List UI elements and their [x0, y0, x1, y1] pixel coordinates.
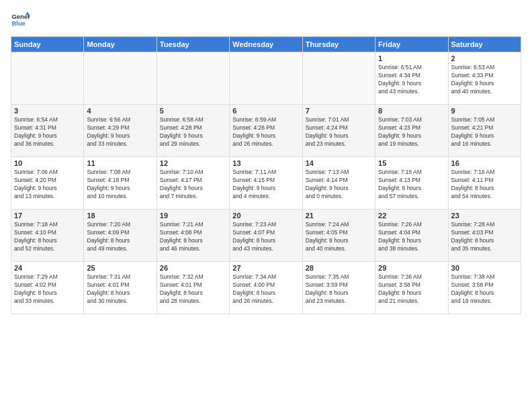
- calendar-cell: 3Sunrise: 6:54 AM Sunset: 4:31 PM Daylig…: [11, 105, 84, 157]
- calendar-header-thursday: Thursday: [302, 37, 375, 52]
- calendar-week-4: 24Sunrise: 7:29 AM Sunset: 4:02 PM Dayli…: [11, 262, 521, 314]
- calendar-cell: 14Sunrise: 7:13 AM Sunset: 4:14 PM Dayli…: [302, 157, 375, 210]
- logo-icon: General Blue: [11, 11, 30, 30]
- calendar-week-0: 1Sunrise: 6:51 AM Sunset: 4:34 PM Daylig…: [11, 52, 521, 105]
- calendar-cell: 1Sunrise: 6:51 AM Sunset: 4:34 PM Daylig…: [375, 52, 448, 105]
- day-number: 24: [14, 264, 81, 272]
- calendar-cell: 11Sunrise: 7:08 AM Sunset: 4:18 PM Dayli…: [84, 157, 157, 210]
- day-info: Sunrise: 7:15 AM Sunset: 4:13 PM Dayligh…: [378, 169, 445, 201]
- day-info: Sunrise: 7:24 AM Sunset: 4:05 PM Dayligh…: [306, 221, 372, 253]
- day-info: Sunrise: 7:05 AM Sunset: 4:21 PM Dayligh…: [451, 116, 518, 148]
- page-header: General Blue: [11, 11, 521, 30]
- day-number: 1: [378, 54, 445, 62]
- day-info: Sunrise: 7:38 AM Sunset: 3:58 PM Dayligh…: [451, 273, 518, 306]
- day-info: Sunrise: 7:32 AM Sunset: 4:01 PM Dayligh…: [160, 273, 226, 306]
- day-number: 6: [232, 107, 299, 115]
- calendar-header-saturday: Saturday: [448, 37, 521, 52]
- day-number: 23: [451, 212, 518, 220]
- day-number: 30: [451, 264, 518, 272]
- calendar-week-1: 3Sunrise: 6:54 AM Sunset: 4:31 PM Daylig…: [11, 105, 521, 157]
- calendar-cell: [11, 52, 84, 105]
- calendar-header-wednesday: Wednesday: [230, 37, 302, 52]
- calendar-cell: 13Sunrise: 7:11 AM Sunset: 4:15 PM Dayli…: [230, 157, 302, 210]
- calendar-cell: [302, 52, 375, 105]
- calendar-header-row: SundayMondayTuesdayWednesdayThursdayFrid…: [11, 37, 521, 52]
- day-number: 19: [160, 212, 226, 220]
- calendar-header-friday: Friday: [375, 37, 448, 52]
- day-info: Sunrise: 7:21 AM Sunset: 4:08 PM Dayligh…: [160, 221, 226, 253]
- day-number: 26: [160, 264, 226, 272]
- calendar-cell: 4Sunrise: 6:56 AM Sunset: 4:29 PM Daylig…: [84, 105, 157, 157]
- calendar-cell: 26Sunrise: 7:32 AM Sunset: 4:01 PM Dayli…: [157, 262, 229, 314]
- calendar-cell: 29Sunrise: 7:36 AM Sunset: 3:58 PM Dayli…: [375, 262, 448, 314]
- day-number: 25: [87, 264, 153, 272]
- day-number: 21: [306, 212, 372, 220]
- day-number: 11: [87, 159, 153, 167]
- day-number: 9: [451, 107, 518, 115]
- day-number: 3: [14, 107, 81, 115]
- day-info: Sunrise: 7:20 AM Sunset: 4:09 PM Dayligh…: [87, 221, 153, 253]
- day-number: 17: [14, 212, 81, 220]
- day-number: 5: [160, 107, 226, 115]
- day-number: 14: [306, 159, 372, 167]
- day-info: Sunrise: 7:31 AM Sunset: 4:01 PM Dayligh…: [87, 273, 153, 306]
- day-info: Sunrise: 7:26 AM Sunset: 4:04 PM Dayligh…: [378, 221, 445, 253]
- day-info: Sunrise: 7:03 AM Sunset: 4:23 PM Dayligh…: [378, 116, 445, 148]
- day-info: Sunrise: 6:56 AM Sunset: 4:29 PM Dayligh…: [87, 116, 153, 148]
- day-number: 13: [232, 159, 299, 167]
- day-number: 10: [14, 159, 81, 167]
- day-number: 4: [87, 107, 153, 115]
- day-number: 7: [306, 107, 372, 115]
- day-info: Sunrise: 6:54 AM Sunset: 4:31 PM Dayligh…: [14, 116, 81, 148]
- day-number: 28: [306, 264, 372, 272]
- calendar-cell: 27Sunrise: 7:34 AM Sunset: 4:00 PM Dayli…: [230, 262, 302, 314]
- calendar-cell: 10Sunrise: 7:06 AM Sunset: 4:20 PM Dayli…: [11, 157, 84, 210]
- day-number: 22: [378, 212, 445, 220]
- calendar-cell: 7Sunrise: 7:01 AM Sunset: 4:24 PM Daylig…: [302, 105, 375, 157]
- day-number: 16: [451, 159, 518, 167]
- day-info: Sunrise: 7:36 AM Sunset: 3:58 PM Dayligh…: [378, 273, 445, 306]
- calendar-week-2: 10Sunrise: 7:06 AM Sunset: 4:20 PM Dayli…: [11, 157, 521, 210]
- day-number: 8: [378, 107, 445, 115]
- calendar-cell: 25Sunrise: 7:31 AM Sunset: 4:01 PM Dayli…: [84, 262, 157, 314]
- day-info: Sunrise: 7:16 AM Sunset: 4:11 PM Dayligh…: [451, 169, 518, 201]
- day-info: Sunrise: 7:29 AM Sunset: 4:02 PM Dayligh…: [14, 273, 81, 306]
- day-number: 15: [378, 159, 445, 167]
- day-info: Sunrise: 7:34 AM Sunset: 4:00 PM Dayligh…: [232, 273, 299, 306]
- calendar-table: SundayMondayTuesdayWednesdayThursdayFrid…: [11, 36, 521, 314]
- day-info: Sunrise: 6:53 AM Sunset: 4:33 PM Dayligh…: [451, 64, 518, 96]
- calendar-cell: 12Sunrise: 7:10 AM Sunset: 4:17 PM Dayli…: [157, 157, 229, 210]
- svg-text:Blue: Blue: [12, 20, 26, 27]
- day-info: Sunrise: 7:35 AM Sunset: 3:59 PM Dayligh…: [306, 273, 372, 306]
- day-number: 12: [160, 159, 226, 167]
- calendar-cell: 15Sunrise: 7:15 AM Sunset: 4:13 PM Dayli…: [375, 157, 448, 210]
- day-info: Sunrise: 6:59 AM Sunset: 4:26 PM Dayligh…: [232, 116, 299, 148]
- calendar-cell: 21Sunrise: 7:24 AM Sunset: 4:05 PM Dayli…: [302, 210, 375, 262]
- day-info: Sunrise: 7:23 AM Sunset: 4:07 PM Dayligh…: [232, 221, 299, 253]
- calendar-header-monday: Monday: [84, 37, 157, 52]
- day-number: 18: [87, 212, 153, 220]
- calendar-cell: 8Sunrise: 7:03 AM Sunset: 4:23 PM Daylig…: [375, 105, 448, 157]
- day-info: Sunrise: 7:11 AM Sunset: 4:15 PM Dayligh…: [232, 169, 299, 201]
- calendar-cell: 16Sunrise: 7:16 AM Sunset: 4:11 PM Dayli…: [448, 157, 521, 210]
- logo: General Blue: [11, 11, 32, 30]
- calendar-cell: 9Sunrise: 7:05 AM Sunset: 4:21 PM Daylig…: [448, 105, 521, 157]
- calendar-cell: [84, 52, 157, 105]
- calendar-header-sunday: Sunday: [11, 37, 84, 52]
- calendar-cell: 28Sunrise: 7:35 AM Sunset: 3:59 PM Dayli…: [302, 262, 375, 314]
- calendar-header-tuesday: Tuesday: [157, 37, 229, 52]
- day-info: Sunrise: 7:28 AM Sunset: 4:03 PM Dayligh…: [451, 221, 518, 253]
- day-info: Sunrise: 7:13 AM Sunset: 4:14 PM Dayligh…: [306, 169, 372, 201]
- calendar-week-3: 17Sunrise: 7:18 AM Sunset: 4:10 PM Dayli…: [11, 210, 521, 262]
- calendar-body: 1Sunrise: 6:51 AM Sunset: 4:34 PM Daylig…: [11, 52, 521, 314]
- calendar-cell: 2Sunrise: 6:53 AM Sunset: 4:33 PM Daylig…: [448, 52, 521, 105]
- day-info: Sunrise: 7:08 AM Sunset: 4:18 PM Dayligh…: [87, 169, 153, 201]
- calendar-cell: 5Sunrise: 6:58 AM Sunset: 4:28 PM Daylig…: [157, 105, 229, 157]
- calendar-cell: 20Sunrise: 7:23 AM Sunset: 4:07 PM Dayli…: [230, 210, 302, 262]
- day-number: 29: [378, 264, 445, 272]
- day-info: Sunrise: 7:01 AM Sunset: 4:24 PM Dayligh…: [306, 116, 372, 148]
- day-number: 20: [232, 212, 299, 220]
- calendar-cell: 24Sunrise: 7:29 AM Sunset: 4:02 PM Dayli…: [11, 262, 84, 314]
- calendar-cell: 22Sunrise: 7:26 AM Sunset: 4:04 PM Dayli…: [375, 210, 448, 262]
- calendar-cell: 23Sunrise: 7:28 AM Sunset: 4:03 PM Dayli…: [448, 210, 521, 262]
